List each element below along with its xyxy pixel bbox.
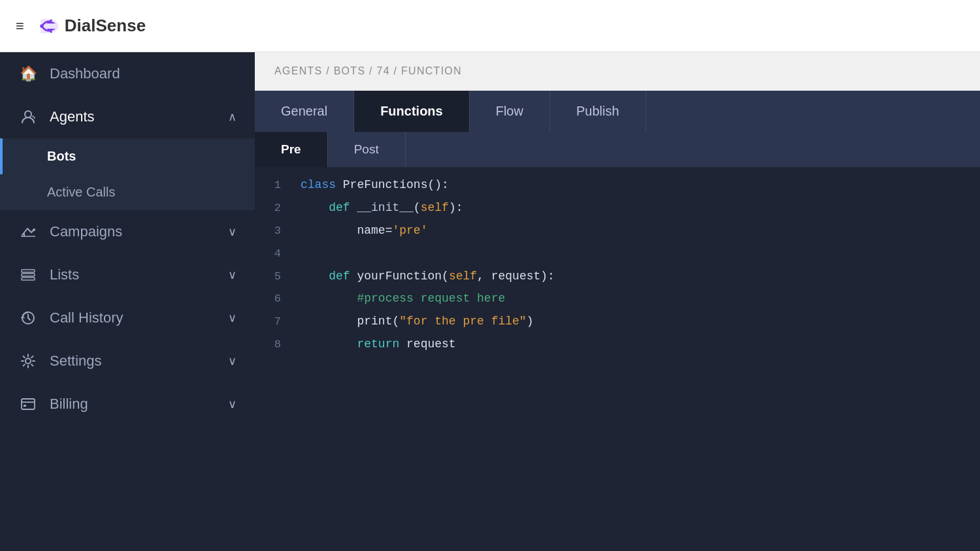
code-line-3: 3 name='pre' bbox=[255, 219, 980, 242]
agents-icon bbox=[18, 107, 38, 127]
sidebar: 🏠 Dashboard Agents ∧ Bots Active Calls bbox=[0, 52, 255, 551]
sidebar-item-lists[interactable]: Lists ∨ bbox=[0, 253, 255, 296]
chevron-up-icon: ∧ bbox=[228, 110, 237, 124]
svg-rect-8 bbox=[22, 399, 35, 409]
top-bar: ≡ DialSense bbox=[0, 0, 980, 52]
tab-row-primary: General Functions Flow Publish bbox=[255, 91, 980, 132]
hamburger-button[interactable]: ≡ bbox=[16, 18, 24, 35]
tab-pre[interactable]: Pre bbox=[255, 132, 328, 167]
tab-functions[interactable]: Functions bbox=[354, 91, 470, 132]
code-line-2: 2 def __init__(self): bbox=[255, 197, 980, 219]
svg-point-0 bbox=[40, 24, 43, 27]
svg-point-7 bbox=[25, 358, 31, 364]
lists-icon bbox=[18, 265, 38, 285]
sidebar-item-call-history[interactable]: Call History ∨ bbox=[0, 296, 255, 339]
sidebar-item-agents[interactable]: Agents ∧ bbox=[0, 95, 255, 138]
sidebar-label-agents: Agents bbox=[50, 108, 95, 125]
chevron-down-icon-billing: ∨ bbox=[228, 397, 237, 411]
call-history-icon bbox=[18, 308, 38, 328]
home-icon: 🏠 bbox=[18, 64, 38, 84]
sidebar-label-call-history: Call History bbox=[50, 309, 123, 326]
sidebar-agents-submenu: Bots Active Calls bbox=[0, 138, 255, 210]
svg-rect-10 bbox=[24, 405, 26, 407]
chevron-down-icon-lists: ∨ bbox=[228, 268, 237, 282]
sidebar-item-bots[interactable]: Bots bbox=[0, 138, 255, 174]
sidebar-label-campaigns: Campaigns bbox=[50, 223, 122, 240]
sidebar-label-billing: Billing bbox=[50, 396, 88, 413]
tab-general[interactable]: General bbox=[255, 91, 354, 132]
billing-icon bbox=[18, 394, 38, 414]
chevron-down-icon-settings: ∨ bbox=[228, 354, 237, 368]
svg-point-2 bbox=[33, 228, 35, 231]
code-line-8: 8 return request bbox=[255, 333, 980, 356]
breadcrumb-text: AGENTS / BOTS / 74 / FUNCTION bbox=[274, 65, 462, 76]
sidebar-item-settings[interactable]: Settings ∨ bbox=[0, 339, 255, 383]
svg-rect-3 bbox=[22, 270, 35, 272]
main-area: 🏠 Dashboard Agents ∧ Bots Active Calls bbox=[0, 52, 980, 551]
code-line-4: 4 bbox=[255, 242, 980, 265]
code-line-6: 6 #process request here bbox=[255, 287, 980, 310]
sidebar-label-settings: Settings bbox=[50, 353, 102, 370]
sidebar-label-lists: Lists bbox=[50, 266, 79, 283]
tab-flow[interactable]: Flow bbox=[470, 91, 550, 132]
chevron-down-icon-campaigns: ∨ bbox=[228, 225, 237, 239]
tab-row-secondary: Pre Post bbox=[255, 132, 980, 167]
sidebar-item-dashboard[interactable]: 🏠 Dashboard bbox=[0, 52, 255, 95]
svg-rect-5 bbox=[22, 277, 35, 280]
sidebar-item-billing[interactable]: Billing ∨ bbox=[0, 383, 255, 426]
tab-publish[interactable]: Publish bbox=[550, 91, 646, 132]
chevron-down-icon-callhistory: ∨ bbox=[228, 311, 237, 325]
code-line-5: 5 def yourFunction(self, request): bbox=[255, 265, 980, 288]
campaigns-icon bbox=[18, 222, 38, 242]
sidebar-item-active-calls[interactable]: Active Calls bbox=[0, 174, 255, 210]
logo-text: DialSense bbox=[65, 16, 146, 36]
sidebar-label-dashboard: Dashboard bbox=[50, 65, 120, 82]
settings-icon bbox=[18, 351, 38, 371]
code-editor[interactable]: 1 class PreFunctions(): 2 def __init__(s… bbox=[255, 167, 980, 551]
code-line-7: 7 print("for the pre file") bbox=[255, 310, 980, 333]
logo-area: DialSense bbox=[36, 14, 146, 38]
code-line-1: 1 class PreFunctions(): bbox=[255, 174, 980, 197]
sidebar-label-active-calls: Active Calls bbox=[47, 185, 115, 200]
svg-rect-4 bbox=[22, 274, 35, 276]
svg-point-1 bbox=[25, 111, 31, 118]
right-panel: AGENTS / BOTS / 74 / FUNCTION General Fu… bbox=[255, 52, 980, 551]
sidebar-label-bots: Bots bbox=[47, 149, 76, 164]
tab-post[interactable]: Post bbox=[328, 132, 406, 167]
breadcrumb: AGENTS / BOTS / 74 / FUNCTION bbox=[255, 52, 980, 91]
sidebar-item-campaigns[interactable]: Campaigns ∨ bbox=[0, 210, 255, 253]
logo-icon bbox=[36, 14, 59, 38]
